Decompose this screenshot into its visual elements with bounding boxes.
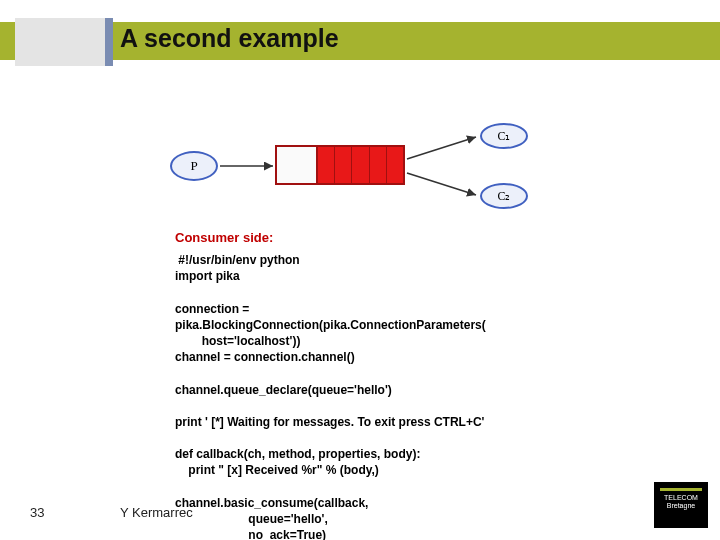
consumer1-node: C₁: [480, 123, 528, 149]
svg-line-1: [407, 137, 476, 159]
queue: [275, 145, 405, 185]
queue-empty-slot: [277, 147, 318, 183]
diagram: P C₁ C₂: [170, 115, 550, 215]
header-decor-blue: [105, 18, 113, 66]
slide-header: A second example: [0, 0, 720, 78]
producer-node: P: [170, 151, 218, 181]
author: Y Kermarrec: [120, 505, 193, 520]
slide-title: A second example: [120, 24, 339, 53]
svg-line-2: [407, 173, 476, 195]
page-number: 33: [30, 505, 44, 520]
consumer-heading: Consumer side:: [175, 230, 273, 245]
logo-bar: [660, 488, 702, 491]
logo-line1: TELECOM: [654, 494, 708, 502]
header-decor: [15, 18, 110, 66]
queue-msg: [352, 147, 369, 183]
queue-msg: [370, 147, 387, 183]
consumer2-node: C₂: [480, 183, 528, 209]
queue-msg: [387, 147, 403, 183]
queue-msg: [318, 147, 335, 183]
queue-msg: [335, 147, 352, 183]
logo-telecom-bretagne: TELECOM Bretagne: [654, 482, 708, 528]
logo-line2: Bretagne: [654, 502, 708, 510]
code-block: #!/usr/bin/env python import pika connec…: [175, 252, 486, 540]
